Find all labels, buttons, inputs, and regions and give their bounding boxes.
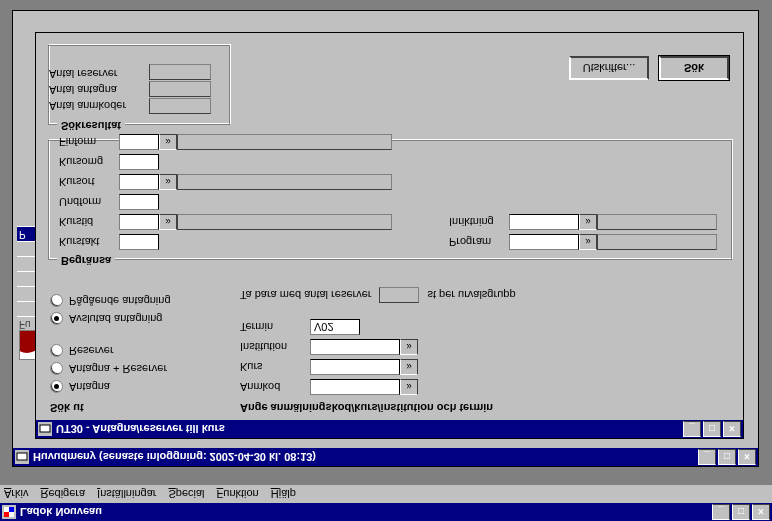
picker-institution[interactable]: » xyxy=(400,339,418,355)
label-tabara: Ta bara med antal reserver xyxy=(240,289,371,301)
menubar: Arkiv Redigera Inställningar Special Fun… xyxy=(0,485,772,503)
input-kurs[interactable] xyxy=(310,359,400,375)
label-antal-anmkoder: Antal anmkoder xyxy=(49,98,126,114)
legend-begransa: Begränsa xyxy=(57,255,115,267)
label-kurstid: Kurstid xyxy=(59,216,119,228)
app-title: Ladok Nouveau xyxy=(20,506,102,518)
label-termin: Termin xyxy=(240,321,310,333)
output-antal-reserver xyxy=(149,64,211,80)
app-close-button[interactable]: × xyxy=(752,504,770,520)
menu-funktion[interactable]: Funktion xyxy=(217,488,259,500)
input-inriktning[interactable] xyxy=(509,214,579,230)
label-kurs: Kurs xyxy=(240,361,310,373)
input-tabara-count[interactable] xyxy=(379,287,419,303)
sok-button[interactable]: Sök xyxy=(659,56,729,80)
app-titlebar: Ladok Nouveau _ □ × xyxy=(0,503,772,521)
display-inriktning xyxy=(597,214,717,230)
app-maximize-button[interactable]: □ xyxy=(732,504,750,520)
display-finform xyxy=(177,134,392,150)
groupbox-sokresultat: Sökresultat Antal anmkoder Antal antagna… xyxy=(48,45,230,125)
legend-sokresultat: Sökresultat xyxy=(57,120,125,132)
label-antal-reserver: Antal reserver xyxy=(49,66,126,82)
input-finform[interactable] xyxy=(119,134,159,150)
input-institution[interactable] xyxy=(310,339,400,355)
label-kursort: Kursort xyxy=(59,176,119,188)
ange-header: Ange anmälningskod/kurs/institution och … xyxy=(240,402,730,414)
menu-arkiv[interactable]: Arkiv xyxy=(4,488,28,500)
label-institution: Institution xyxy=(240,341,310,353)
input-kurstakt[interactable] xyxy=(119,234,159,250)
picker-inriktning[interactable]: » xyxy=(579,214,597,230)
input-undform[interactable] xyxy=(119,194,159,210)
radio-antagna[interactable]: Antagna xyxy=(50,378,230,396)
sok-ut-header: Sök ut xyxy=(50,402,230,414)
utskrifter-button[interactable]: Utskrifter... xyxy=(569,56,649,80)
huvudmeny-titlebar: Huvudmeny (senaste inloggning: 2002-04-3… xyxy=(13,448,758,466)
window-icon xyxy=(15,450,29,464)
picker-anmkod[interactable]: » xyxy=(400,379,418,395)
picker-program[interactable]: » xyxy=(579,234,597,250)
ut30-minimize-button[interactable]: _ xyxy=(683,421,701,437)
svg-rect-1 xyxy=(4,512,9,517)
menu-redigera[interactable]: Redigera xyxy=(40,488,85,500)
ut30-title: UT30 - Antagna/reserver till kurs xyxy=(56,423,225,435)
picker-finform[interactable]: » xyxy=(159,134,177,150)
label-anmkod: Anmkod xyxy=(240,381,310,393)
label-program: Program xyxy=(449,236,509,248)
output-antal-anmkoder xyxy=(149,98,211,114)
picker-kurs[interactable]: » xyxy=(400,359,418,375)
label-antal-antagna: Antal antagna xyxy=(49,82,126,98)
input-kursomg[interactable] xyxy=(119,154,159,170)
window-ut30: UT30 - Antagna/reserver till kurs _ □ × … xyxy=(35,32,744,439)
output-antal-antagna xyxy=(149,81,211,97)
display-kursort xyxy=(177,174,392,190)
radio-avslutad[interactable]: Avslutad antagning xyxy=(50,310,230,328)
ut30-titlebar: UT30 - Antagna/reserver till kurs _ □ × xyxy=(36,420,743,438)
ut30-close-button[interactable]: × xyxy=(723,421,741,437)
svg-rect-2 xyxy=(9,507,14,512)
menu-installningar[interactable]: Inställningar xyxy=(97,488,156,500)
radio-reserver[interactable]: Reserver xyxy=(50,342,230,360)
svg-rect-4 xyxy=(40,425,50,432)
huvudmeny-maximize-button[interactable]: □ xyxy=(718,449,736,465)
window-icon xyxy=(38,422,52,436)
huvudmeny-minimize-button[interactable]: _ xyxy=(698,449,716,465)
ut30-maximize-button[interactable]: □ xyxy=(703,421,721,437)
label-kurstakt: Kurstakt xyxy=(59,236,119,248)
menu-special[interactable]: Special xyxy=(168,488,204,500)
menu-hjalp[interactable]: Hjälp xyxy=(271,488,296,500)
radio-pagaende[interactable]: Pågående antagning xyxy=(50,292,230,310)
app-minimize-button[interactable]: _ xyxy=(712,504,730,520)
input-anmkod[interactable] xyxy=(310,379,400,395)
label-finform: Finform xyxy=(59,136,119,148)
input-kurstid[interactable] xyxy=(119,214,159,230)
input-kursort[interactable] xyxy=(119,174,159,190)
radio-antagna-reserver[interactable]: Antagna + Reserver xyxy=(50,360,230,378)
input-program[interactable] xyxy=(509,234,579,250)
label-tabara-suffix: st per urvalsgrupp xyxy=(427,289,515,301)
input-termin[interactable]: V02 xyxy=(310,319,360,335)
label-undform: Undform xyxy=(59,196,119,208)
picker-kursort[interactable]: » xyxy=(159,174,177,190)
mdi-area: Huvudmeny (senaste inloggning: 2002-04-3… xyxy=(0,0,772,485)
display-program xyxy=(597,234,717,250)
svg-rect-3 xyxy=(17,453,27,460)
huvudmeny-title: Huvudmeny (senaste inloggning: 2002-04-3… xyxy=(33,451,316,463)
huvudmeny-close-button[interactable]: × xyxy=(738,449,756,465)
label-kursomg: Kursomg xyxy=(59,156,119,168)
groupbox-begransa: Begränsa Kurstakt Kurstid» Undform Kurso… xyxy=(48,140,732,260)
app-icon xyxy=(2,505,16,519)
display-kurstid xyxy=(177,214,392,230)
label-inriktning: Inriktning xyxy=(449,216,509,228)
picker-kurstid[interactable]: » xyxy=(159,214,177,230)
